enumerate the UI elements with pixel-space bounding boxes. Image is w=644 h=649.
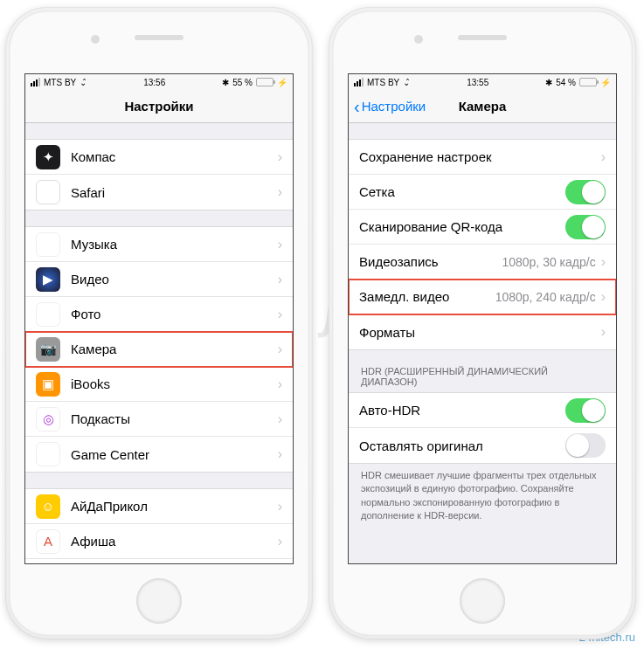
signal-icon [31,78,40,86]
row-label: Афиша [71,534,278,549]
row-keep-original[interactable]: Оставлять оригинал [349,428,616,463]
toggle-grid[interactable] [565,180,606,204]
chevron-right-icon: › [278,499,282,514]
status-bar: MTS BY ⌄̂ 13:56 ✱ 55 % ⚡ [25,74,293,90]
row-slomo[interactable]: Замедл. видео 1080p, 240 кадр/с › [349,280,616,314]
phone-frame-left: MTS BY ⌄̂ 13:56 ✱ 55 % ⚡ Настройки ✦Комп [5,7,313,639]
back-label: Настройки [362,99,426,114]
battery-percent: 54 % [556,78,576,87]
toggle-keep-original[interactable] [565,433,606,458]
toggle-auto-hdr[interactable] [565,398,606,423]
hdr-section-footer: HDR смешивает лучшие фрагменты трех отде… [349,464,616,535]
navbar: Настройки [25,90,293,123]
айдаприкол-icon: ☺ [36,494,60,519]
chevron-right-icon: › [278,376,282,392]
carrier-label: MTS BY [44,78,76,87]
row-preserve-settings[interactable]: Сохранение настроек › [349,140,616,175]
ibooks-icon: ▣ [36,372,60,397]
speaker-grill [135,35,184,40]
row-label: Музыка [71,237,278,252]
front-camera-dot [414,35,423,44]
row-label: Форматы [359,325,601,340]
settings-row-safari[interactable]: ✳Safari› [25,175,293,210]
home-button[interactable] [136,578,182,624]
компас-icon: ✦ [36,145,60,169]
row-scan-qr[interactable]: Сканирование QR-кода [349,210,616,245]
back-button[interactable]: ‹ Настройки [354,98,426,115]
wifi-icon: ⌄̂ [80,78,87,87]
row-label: Safari [71,185,278,200]
row-label: Видео [71,272,278,287]
row-label: Авто-HDR [359,403,565,418]
chevron-right-icon: › [278,272,282,287]
chevron-left-icon: ‹ [354,98,360,115]
screen-right: MTS BY ⌄̂ 13:55 ✱ 54 % ⚡ ‹ Настройки [348,73,617,564]
status-time: 13:55 [467,78,488,87]
settings-row-компас[interactable]: ✦Компас› [25,140,293,175]
settings-row-ibooks[interactable]: ▣iBooks› [25,367,293,402]
row-grid[interactable]: Сетка [349,175,616,210]
battery-icon [579,78,597,86]
chevron-right-icon: › [278,411,282,427]
settings-row-музыка[interactable]: ♫Музыка› [25,227,293,262]
row-detail: 1080p, 30 кадр/с [502,255,595,269]
row-formats[interactable]: Форматы › [349,314,616,349]
settings-row-камера[interactable]: 📷Камера› [25,332,293,367]
screen-left: MTS BY ⌄̂ 13:56 ✱ 55 % ⚡ Настройки ✦Комп [24,73,294,564]
bluetooth-icon: ✱ [545,78,552,87]
chevron-right-icon: › [278,446,282,462]
toggle-qr[interactable] [565,215,606,239]
row-label: Замедл. видео [359,289,495,304]
settings-row-подкасты[interactable]: ◎Подкасты› [25,402,293,437]
row-detail: 1080p, 240 кадр/с [495,290,596,304]
chevron-right-icon: › [278,342,282,357]
status-time: 13:56 [143,78,165,87]
row-label: iBooks [71,376,278,391]
settings-row-афиша[interactable]: AАфиша› [25,524,293,559]
row-label: АйДаПрикол [71,499,278,514]
row-record-video[interactable]: Видеозапись 1080p, 30 кадр/с › [349,245,616,280]
chevron-right-icon: › [278,184,282,200]
status-bar: MTS BY ⌄̂ 13:55 ✱ 54 % ⚡ [349,74,616,90]
settings-row-game-center[interactable]: ❀Game Center› [25,437,293,472]
row-label: Оставлять оригинал [359,438,565,453]
видео-icon: ▶ [36,267,60,292]
row-label: Сохранение настроек [359,149,601,164]
row-label: Сетка [359,184,565,199]
signal-icon [354,78,364,86]
chevron-right-icon: › [278,149,282,165]
settings-row-википедия[interactable]: WВикипедия› [25,559,293,563]
camera-settings[interactable]: Сохранение настроек › Сетка Сканирование… [349,123,616,563]
charging-icon: ⚡ [277,78,287,87]
подкасты-icon: ◎ [36,407,60,432]
settings-list[interactable]: ✦Компас›✳Safari› ♫Музыка›▶Видео›✿Фото›📷К… [25,123,293,563]
page-title: Камера [459,99,507,114]
battery-percent: 55 % [232,78,253,87]
settings-row-видео[interactable]: ▶Видео› [25,262,293,297]
row-label: Камера [71,342,278,356]
афиша-icon: A [36,529,60,554]
front-camera-dot [91,35,100,44]
battery-icon [256,78,274,86]
page-title: Настройки [124,99,193,114]
chevron-right-icon: › [278,307,282,322]
row-label: Компас [71,149,278,164]
row-label: Видеозапись [359,254,502,269]
hdr-section-header: HDR (РАСШИРЕННЫЙ ДИНАМИЧЕСКИЙ ДИАПАЗОН) [349,350,616,392]
navbar: ‹ Настройки Камера [349,90,616,123]
home-button[interactable] [460,578,505,624]
row-label: Game Center [71,447,278,462]
chevron-right-icon: › [278,534,282,549]
safari-icon: ✳ [36,180,60,204]
row-auto-hdr[interactable]: Авто-HDR [349,393,616,428]
game center-icon: ❀ [36,442,60,466]
chevron-right-icon: › [278,237,282,252]
фото-icon: ✿ [36,302,60,327]
row-label: Фото [71,307,278,321]
chevron-right-icon: › [601,149,606,165]
phone-frame-right: MTS BY ⌄̂ 13:55 ✱ 54 % ⚡ ‹ Настройки [329,7,636,639]
row-label: Подкасты [71,411,278,426]
carrier-label: MTS BY [367,78,399,87]
settings-row-фото[interactable]: ✿Фото› [25,297,293,332]
settings-row-айдаприкол[interactable]: ☺АйДаПрикол› [25,489,293,524]
